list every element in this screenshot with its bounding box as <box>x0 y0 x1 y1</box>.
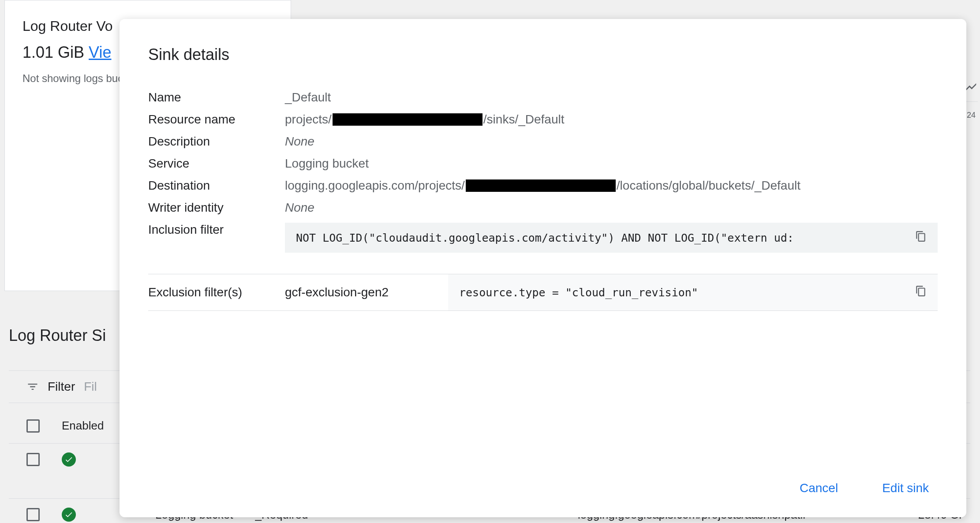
destination-prefix: logging.googleapis.com/projects/ <box>285 179 465 193</box>
row-checkbox[interactable] <box>26 508 40 521</box>
filter-placeholder: Fil <box>84 380 97 394</box>
table-header-row: Enabled <box>9 410 121 441</box>
resource-name-value: projects/ /sinks/_Default <box>285 112 938 127</box>
description-row: Description None <box>148 134 938 149</box>
service-label: Service <box>148 157 285 171</box>
exclusion-name: gcf-exclusion-gen2 <box>285 274 448 310</box>
copy-icon <box>915 231 927 242</box>
filter-label: Filter <box>48 380 75 394</box>
chart-line-icon <box>965 79 978 93</box>
inclusion-filter-row: Inclusion filter NOT LOG_ID("cloudaudit.… <box>148 223 938 253</box>
select-all-checkbox[interactable] <box>26 419 40 433</box>
resource-name-label: Resource name <box>148 112 285 127</box>
edit-sink-button[interactable]: Edit sink <box>873 477 938 500</box>
sink-details-dialog: Sink details Name _Default Resource name… <box>120 19 966 517</box>
view-link[interactable]: Vie <box>89 43 111 62</box>
resource-suffix: /sinks/_Default <box>483 112 565 127</box>
inclusion-filter-text: NOT LOG_ID("cloudaudit.googleapis.com/ac… <box>296 232 912 244</box>
chart-tick: 24 <box>967 111 976 120</box>
enabled-check-icon <box>62 452 76 467</box>
destination-row: Destination logging.googleapis.com/proje… <box>148 179 938 193</box>
enabled-column-header: Enabled <box>62 419 104 433</box>
cancel-button[interactable]: Cancel <box>791 477 847 500</box>
service-value: Logging bucket <box>285 157 938 171</box>
volume-size: 1.01 GiB <box>22 43 84 62</box>
filter-icon <box>26 381 39 393</box>
sinks-section-title: Log Router Si <box>9 326 106 345</box>
redacted-project-id <box>466 179 616 192</box>
exclusion-filter-text: resource.type = "cloud_run_revision" <box>459 286 698 299</box>
inclusion-filter-code: NOT LOG_ID("cloudaudit.googleapis.com/ac… <box>285 223 938 253</box>
row-checkbox[interactable] <box>26 453 40 466</box>
copy-exclusion-button[interactable] <box>912 285 927 299</box>
exclusion-filter-code: resource.type = "cloud_run_revision" <box>448 274 938 310</box>
destination-value: logging.googleapis.com/projects/ /locati… <box>285 179 938 193</box>
dialog-title: Sink details <box>148 45 938 64</box>
exclusion-filter-row: Exclusion filter(s) gcf-exclusion-gen2 r… <box>148 274 938 311</box>
exclusion-filter-label: Exclusion filter(s) <box>148 274 285 299</box>
copy-inclusion-button[interactable] <box>912 231 927 245</box>
enabled-check-icon <box>62 508 76 522</box>
inclusion-filter-label: Inclusion filter <box>148 223 285 237</box>
copy-icon <box>915 285 927 297</box>
destination-suffix: /locations/global/buckets/_Default <box>617 179 800 193</box>
service-row: Service Logging bucket <box>148 157 938 171</box>
resource-name-row: Resource name projects/ /sinks/_Default <box>148 112 938 127</box>
resource-prefix: projects/ <box>285 112 332 127</box>
name-label: Name <box>148 90 285 105</box>
dialog-actions: Cancel Edit sink <box>148 459 938 500</box>
writer-identity-value: None <box>285 201 938 215</box>
redacted-project-id <box>333 113 483 126</box>
name-row: Name _Default <box>148 90 938 105</box>
destination-label: Destination <box>148 179 285 193</box>
writer-identity-row: Writer identity None <box>148 201 938 215</box>
name-value: _Default <box>285 90 938 105</box>
writer-identity-label: Writer identity <box>148 201 285 215</box>
description-label: Description <box>148 134 285 149</box>
description-value: None <box>285 134 938 149</box>
